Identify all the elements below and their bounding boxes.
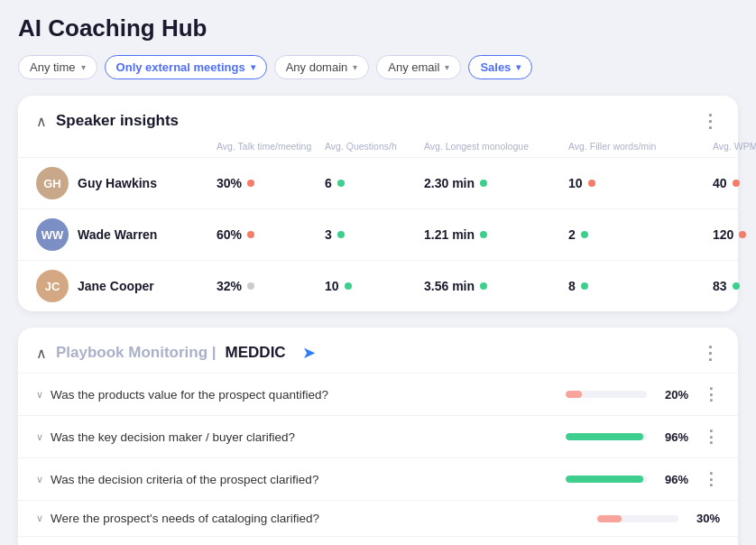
playbook-title-muted: Playbook Monitoring | <box>56 344 217 362</box>
chevron-down-icon: ▾ <box>353 62 357 72</box>
avatar: WW <box>36 218 69 251</box>
avatar: GH <box>36 167 69 199</box>
playbook-item: ∨ Was the products value for the prospec… <box>18 373 738 415</box>
red-dot <box>588 180 595 187</box>
playbook-item: ∨ Was the key decision maker / buyer cla… <box>18 415 738 457</box>
green-dot <box>480 180 487 187</box>
expand-chevron-icon[interactable]: ∨ <box>36 513 43 524</box>
filter-sales[interactable]: Sales ▾ <box>468 55 532 79</box>
metric-value: 6 <box>325 176 332 190</box>
filter-meetings[interactable]: Only external meetings ▾ <box>105 55 267 79</box>
playbook-title-highlight: MEDDIC <box>226 344 286 362</box>
metric-value: 10 <box>325 279 339 293</box>
playbook-item-right: 20% ⋮ <box>558 384 720 404</box>
playbook-title-group: ∧ Playbook Monitoring | MEDDIC ➤ <box>36 343 316 363</box>
progress-bar <box>566 391 647 398</box>
red-dot <box>247 231 254 238</box>
speaker-insights-title: Speaker insights <box>56 112 179 130</box>
pct-label: 96% <box>656 473 688 486</box>
metric-value: 3.56 min <box>424 279 475 293</box>
speaker-info: GH Guy Hawkins <box>36 167 217 199</box>
green-dot <box>337 231 345 238</box>
metric-cell: 32% <box>217 279 325 293</box>
metric-cell: 40 <box>713 176 756 190</box>
speaker-info: WW Wade Warren <box>36 218 217 251</box>
collapse-icon[interactable]: ∧ <box>36 345 47 362</box>
pct-label: 96% <box>656 430 688 444</box>
metric-cell: 2 <box>568 227 713 242</box>
expand-chevron-icon[interactable]: ∨ <box>36 474 43 485</box>
speaker-info: JC Jane Cooper <box>36 270 217 302</box>
progress-bar <box>566 433 647 440</box>
col-wpm: Avg. WPM <box>713 141 756 152</box>
playbook-item-right: 96% ⋮ <box>558 427 720 447</box>
expand-chevron-icon[interactable]: ∨ <box>36 389 43 401</box>
metric-cell: 3 <box>325 227 424 242</box>
metric-cell: 6 <box>325 176 424 190</box>
progress-bar <box>597 515 678 522</box>
playbook-item-right: 30% <box>558 512 720 525</box>
metric-cell: 30% <box>217 176 325 190</box>
metric-value: 8 <box>568 279 576 293</box>
progress-bar-fill <box>566 391 582 398</box>
red-dot <box>733 180 740 187</box>
playbook-item-right: 96% ⋮ <box>558 469 720 489</box>
chevron-down-icon: ▾ <box>81 62 86 72</box>
red-dot <box>247 180 254 187</box>
playbook-card: ∧ Playbook Monitoring | MEDDIC ➤ ⋮ ∨ Was… <box>18 328 738 545</box>
filter-bar: Any time ▾ Only external meetings ▾ Any … <box>18 55 738 79</box>
playbook-items-container: ∨ Was the products value for the prospec… <box>18 373 738 545</box>
speaker-insights-title-group: ∧ Speaker insights <box>36 112 179 130</box>
playbook-question: Was the decision criteria of the prospec… <box>51 473 318 486</box>
playbook-item-more-icon[interactable]: ⋮ <box>703 469 720 489</box>
speaker-col-headers: Avg. Talk time/meeting Avg. Questions/h … <box>18 141 738 157</box>
metric-value: 10 <box>568 176 583 190</box>
metric-value: 120 <box>713 227 733 242</box>
speaker-name: Jane Cooper <box>78 279 154 293</box>
playbook-question: Was the products value for the prospect … <box>51 388 328 402</box>
speaker-row: GH Guy Hawkins 30% 6 2.30 min 10 <box>18 157 738 208</box>
metric-value: 1.21 min <box>424 227 475 242</box>
progress-bar-fill <box>566 433 643 440</box>
playbook-header: ∧ Playbook Monitoring | MEDDIC ➤ ⋮ <box>18 328 738 373</box>
avatar: JC <box>36 270 69 302</box>
col-questions: Avg. Questions/h <box>325 141 424 152</box>
playbook-question: Were the prospect's needs of cataloging … <box>51 512 319 525</box>
metric-cell: 120 <box>713 227 756 242</box>
col-filler: Avg. Filler words/min <box>568 141 713 152</box>
progress-bar-fill <box>566 476 643 483</box>
more-options-icon[interactable]: ⋮ <box>701 110 720 132</box>
pct-label: 30% <box>687 512 720 525</box>
red-dot <box>739 231 746 238</box>
green-dot <box>337 180 345 187</box>
green-dot <box>480 231 487 238</box>
playbook-item: ∨ Were the impacts of the problem discus… <box>18 536 738 545</box>
playbook-more-icon[interactable]: ⋮ <box>701 342 720 364</box>
green-dot <box>733 282 740 290</box>
app-container: AI Coaching Hub Any time ▾ Only external… <box>0 0 756 545</box>
playbook-item-left: ∨ Were the prospect's needs of catalogin… <box>36 512 558 525</box>
cursor-icon: ➤ <box>302 343 316 363</box>
col-talk-time: Avg. Talk time/meeting <box>217 141 325 152</box>
playbook-item-more-icon[interactable]: ⋮ <box>703 384 720 404</box>
progress-bar-fill <box>597 515 622 522</box>
playbook-question: Was the key decision maker / buyer clari… <box>51 430 295 444</box>
metric-cell: 8 <box>568 279 713 293</box>
metric-value: 30% <box>217 176 242 190</box>
playbook-item-more-icon[interactable]: ⋮ <box>703 427 720 447</box>
filter-email[interactable]: Any email ▾ <box>376 55 461 79</box>
green-dot <box>480 282 487 290</box>
metric-value: 3 <box>325 227 332 242</box>
collapse-icon[interactable]: ∧ <box>36 113 47 130</box>
metric-cell: 2.30 min <box>424 176 568 190</box>
filter-time[interactable]: Any time ▾ <box>18 55 97 79</box>
metric-cell: 1.21 min <box>424 227 568 242</box>
filter-domain[interactable]: Any domain ▾ <box>274 55 370 79</box>
gray-dot <box>247 282 254 290</box>
metric-cell: 3.56 min <box>424 279 568 293</box>
metric-cell: 60% <box>217 227 325 242</box>
speaker-name: Guy Hawkins <box>78 176 157 190</box>
chevron-down-icon: ▾ <box>516 62 521 72</box>
expand-chevron-icon[interactable]: ∨ <box>36 431 43 443</box>
pct-label: 20% <box>656 388 688 402</box>
